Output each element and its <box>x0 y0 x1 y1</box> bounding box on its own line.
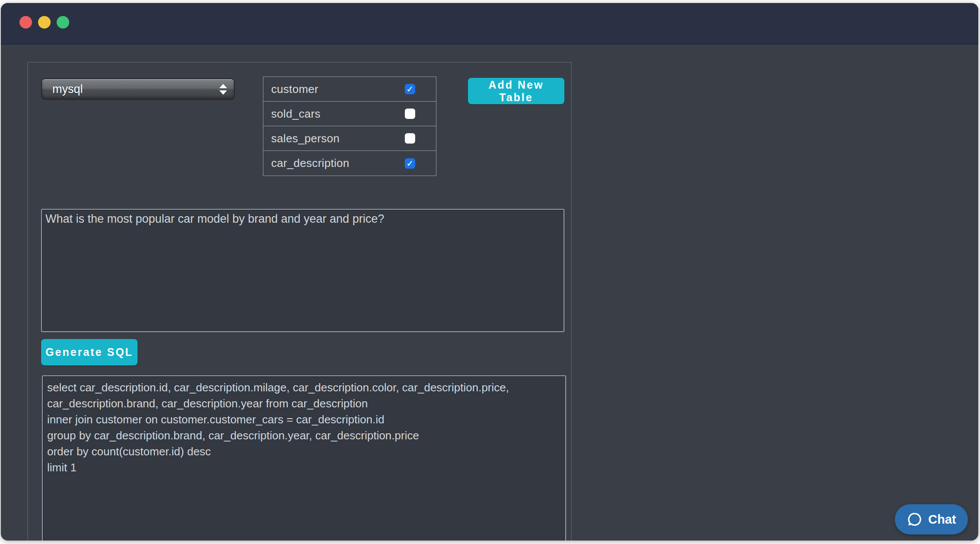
add-new-table-button[interactable]: Add New Table <box>468 78 564 104</box>
question-input[interactable]: What is the most popular car model by br… <box>41 209 564 332</box>
table-name-label: customer <box>271 83 405 96</box>
table-list: customer sold_cars sales_person car_desc… <box>263 77 436 176</box>
close-window-button[interactable] <box>19 16 32 29</box>
table-row: sales_person <box>263 126 436 151</box>
table-row: sold_cars <box>263 102 436 126</box>
table-checkbox[interactable] <box>405 133 415 144</box>
zoom-window-button[interactable] <box>57 16 69 29</box>
table-name-label: sales_person <box>271 132 405 145</box>
table-checkbox[interactable] <box>405 84 415 94</box>
chat-button[interactable]: Chat <box>895 504 968 534</box>
table-checkbox[interactable] <box>405 158 415 169</box>
sql-output[interactable]: select car_description.id, car_descripti… <box>42 375 566 541</box>
table-name-label: car_description <box>271 157 405 170</box>
table-name-label: sold_cars <box>271 107 405 121</box>
table-checkbox[interactable] <box>405 109 415 119</box>
database-select-value: mysql <box>42 83 83 96</box>
chat-bubble-icon <box>906 511 923 528</box>
window-titlebar <box>1 3 978 45</box>
minimize-window-button[interactable] <box>38 16 51 29</box>
table-row: car_description <box>263 151 436 176</box>
database-select[interactable]: mysql <box>41 78 235 100</box>
generate-sql-button[interactable]: Generate SQL <box>41 339 138 365</box>
app-window: mysql customer sold_cars sales_person ca… <box>1 3 978 541</box>
select-stepper-icon <box>219 84 227 95</box>
chat-label: Chat <box>928 512 956 527</box>
table-row: customer <box>263 77 436 102</box>
query-builder-panel: mysql customer sold_cars sales_person ca… <box>27 62 572 541</box>
